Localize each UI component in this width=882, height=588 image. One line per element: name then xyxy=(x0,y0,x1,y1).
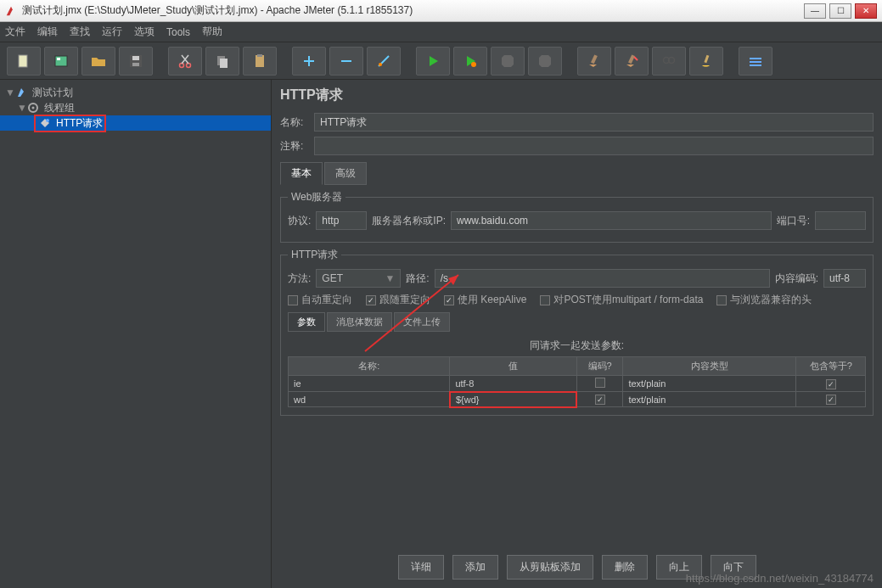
table-row[interactable]: ie utf-8 text/plain ✓ xyxy=(289,376,866,392)
keepalive-checkbox[interactable]: ✓使用 KeepAlive xyxy=(444,293,526,307)
toggle-button[interactable] xyxy=(367,47,401,76)
window-titlebar: 测试计划.jmx (E:\Study\JMeter_Study\测试计划.jmx… xyxy=(0,0,882,22)
save-button[interactable] xyxy=(119,47,153,76)
subtab-files[interactable]: 文件上传 xyxy=(394,312,450,332)
panel-title: HTTP请求 xyxy=(280,87,874,104)
svg-rect-1 xyxy=(55,56,67,66)
svg-point-12 xyxy=(379,63,382,66)
menu-file[interactable]: 文件 xyxy=(5,25,25,39)
open-button[interactable] xyxy=(81,47,115,76)
start-button[interactable] xyxy=(416,47,450,76)
svg-rect-20 xyxy=(704,54,709,62)
col-name: 名称: xyxy=(289,357,450,376)
svg-rect-0 xyxy=(19,55,27,67)
encode-checkbox[interactable]: ✓ xyxy=(595,395,605,405)
paste-button[interactable]: 从剪贴板添加 xyxy=(507,555,593,580)
svg-rect-11 xyxy=(257,54,262,57)
tab-basic[interactable]: 基本 xyxy=(280,162,323,185)
chevron-down-icon[interactable]: ▼ xyxy=(5,87,14,98)
gear-icon xyxy=(27,102,39,114)
menu-help[interactable]: 帮助 xyxy=(202,25,222,39)
browser-headers-checkbox[interactable]: 与浏览器兼容的头 xyxy=(716,293,812,307)
stop-button[interactable] xyxy=(491,47,525,76)
tree-root[interactable]: ▼ 测试计划 xyxy=(0,85,271,100)
method-label: 方法: xyxy=(288,272,311,286)
table-row[interactable]: wd ${wd} ✓ text/plain ✓ xyxy=(289,392,866,407)
delete-button[interactable]: 删除 xyxy=(602,555,648,580)
menu-options[interactable]: 选项 xyxy=(134,25,154,39)
toolbar xyxy=(0,42,882,80)
watermark: https://blog.csdn.net/weixin_43184774 xyxy=(686,572,874,585)
window-maximize[interactable]: ☐ xyxy=(829,3,851,19)
svg-rect-21 xyxy=(750,58,761,59)
httprequest-legend: HTTP请求 xyxy=(288,248,341,262)
function-helper-button[interactable] xyxy=(739,47,772,76)
svg-rect-17 xyxy=(628,54,635,64)
method-select[interactable]: GET ▼ xyxy=(316,269,401,288)
reset-search-button[interactable] xyxy=(689,47,723,76)
cut-button[interactable] xyxy=(168,47,202,76)
tree-http-request[interactable]: HTTP请求 xyxy=(0,115,271,131)
templates-button[interactable] xyxy=(44,47,78,76)
shutdown-button[interactable] xyxy=(528,47,562,76)
name-field[interactable]: HTTP请求 xyxy=(314,113,874,132)
svg-rect-5 xyxy=(132,63,139,66)
server-field[interactable]: www.baidu.com xyxy=(451,211,772,230)
path-field[interactable]: /s xyxy=(435,269,770,288)
expand-button[interactable] xyxy=(292,47,326,76)
test-plan-tree[interactable]: ▼ 测试计划 ▼ 线程组 HTTP请求 xyxy=(0,80,272,588)
multipart-checkbox[interactable]: 对POST使用multipart / form-data xyxy=(540,293,703,307)
jmeter-icon xyxy=(5,5,17,17)
subtab-params[interactable]: 参数 xyxy=(288,312,325,332)
encode-checkbox[interactable] xyxy=(595,378,605,388)
svg-rect-9 xyxy=(220,59,228,68)
menu-edit[interactable]: 编辑 xyxy=(37,25,58,39)
auto-redirect-checkbox[interactable]: 自动重定向 xyxy=(288,293,352,307)
menu-tools[interactable]: Tools xyxy=(166,26,190,38)
detail-button[interactable]: 详细 xyxy=(398,555,444,580)
svg-rect-23 xyxy=(750,64,761,66)
tab-advanced[interactable]: 高级 xyxy=(324,162,367,185)
svg-point-26 xyxy=(46,119,49,122)
window-close[interactable]: ✕ xyxy=(855,3,877,19)
menu-run[interactable]: 运行 xyxy=(102,25,122,39)
menu-bar: 文件 编辑 查找 运行 选项 Tools 帮助 xyxy=(0,22,882,42)
tree-threadgroup[interactable]: ▼ 线程组 xyxy=(0,100,271,115)
params-heading: 同请求一起发送参数: xyxy=(288,339,866,353)
server-label: 服务器名称或IP: xyxy=(372,214,446,228)
testplan-icon xyxy=(15,87,27,98)
include-checkbox[interactable]: ✓ xyxy=(826,379,836,389)
comment-field[interactable] xyxy=(314,137,874,155)
new-button[interactable] xyxy=(7,47,41,76)
clear-button[interactable] xyxy=(577,47,611,76)
port-label: 端口号: xyxy=(777,214,810,228)
encoding-field[interactable]: utf-8 xyxy=(823,269,866,288)
col-include: 包含等于? xyxy=(796,357,866,376)
follow-redirect-checkbox[interactable]: ✓跟随重定向 xyxy=(366,293,430,307)
paste-button[interactable] xyxy=(243,47,277,76)
encoding-label: 内容编码: xyxy=(775,272,818,286)
config-panel: HTTP请求 名称: HTTP请求 注释: 基本 高级 Web服务器 协议: h… xyxy=(272,80,882,588)
col-value: 值 xyxy=(450,357,577,376)
path-label: 路径: xyxy=(406,272,429,286)
chevron-down-icon: ▼ xyxy=(385,272,395,284)
col-ctype: 内容类型 xyxy=(623,357,796,376)
copy-button[interactable] xyxy=(205,47,239,76)
add-button[interactable]: 添加 xyxy=(452,555,498,580)
protocol-field[interactable]: http xyxy=(316,211,367,230)
subtab-body[interactable]: 消息体数据 xyxy=(327,312,392,332)
start-no-timers-button[interactable] xyxy=(453,47,487,76)
params-table[interactable]: 名称: 值 编码? 内容类型 包含等于? ie utf-8 text/plain… xyxy=(288,356,866,408)
chevron-down-icon[interactable]: ▼ xyxy=(17,102,25,114)
window-minimize[interactable]: — xyxy=(804,3,826,19)
protocol-label: 协议: xyxy=(288,214,311,228)
webserver-legend: Web服务器 xyxy=(288,190,345,204)
search-button[interactable] xyxy=(652,47,686,76)
httprequest-fieldset: HTTP请求 方法: GET ▼ 路径: /s 内容编码: utf-8 自动重定… xyxy=(280,248,874,416)
clear-all-button[interactable] xyxy=(615,47,649,76)
include-checkbox[interactable]: ✓ xyxy=(826,395,836,405)
collapse-button[interactable] xyxy=(329,47,363,76)
menu-search[interactable]: 查找 xyxy=(70,25,90,39)
svg-point-25 xyxy=(32,107,35,109)
port-field[interactable] xyxy=(815,211,866,230)
